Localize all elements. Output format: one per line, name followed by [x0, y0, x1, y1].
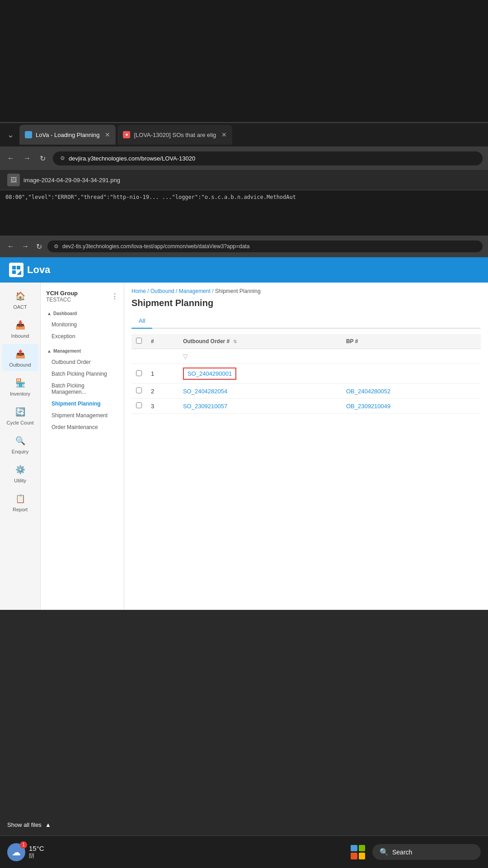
table-row-1: 1 SO_2404290001	[131, 364, 481, 384]
address-bar-2[interactable]: ⚙ dev2-tls.y3technologies.com/lova-test/…	[47, 241, 483, 252]
th-bp: BP #	[342, 334, 481, 349]
second-address-row: ← → ↻ ⚙ dev2-tls.y3technologies.com/lova…	[0, 236, 488, 257]
weather-condition: 阴	[29, 852, 44, 860]
table-row-3: 3 SO_2309210057 OB_2309210049	[131, 399, 481, 414]
management-group-title[interactable]: ▲ Management	[41, 346, 124, 356]
forward-button[interactable]: →	[22, 152, 33, 164]
forward-btn-2[interactable]: →	[20, 241, 31, 252]
sort-icon: ⇅	[233, 339, 237, 344]
nav-group-dashboard: ▲ Dashboard Monitoring Exception	[41, 307, 124, 344]
svg-marker-3	[17, 270, 21, 275]
refresh-button[interactable]: ↻	[38, 152, 47, 165]
tab-lova-close[interactable]: ✕	[105, 131, 110, 138]
sidebar-item-report[interactable]: 📋 Report	[2, 489, 38, 516]
sidebar-item-cycle-count[interactable]: 🔄 Cycle Count	[2, 402, 38, 429]
left-nav-header: YCH Group TESTACC ⋮	[41, 286, 124, 307]
sidebar-item-oact[interactable]: 🏠 OACT	[2, 286, 38, 313]
jira-tab-icon: ✦	[123, 131, 130, 138]
account-name: TESTACC	[46, 297, 78, 303]
td-num-3: 3	[146, 399, 178, 414]
breadcrumb-sep-3: /	[212, 288, 215, 294]
nav-shipment-planning[interactable]: Shipment Planning	[41, 398, 124, 410]
sidebar: 🏠 OACT 📥 Inbound 📤 Outbound 🏪 Inventory …	[0, 283, 41, 610]
nav-order-maintenance[interactable]: Order Maintenance	[41, 421, 124, 433]
bp-link-3[interactable]: OB_2309210049	[346, 403, 390, 410]
table-row-2: 2 SO_2404282054 OB_2404280052	[131, 384, 481, 399]
back-button[interactable]: ←	[5, 152, 16, 164]
nav-batch-picking-management[interactable]: Batch Picking Managemen...	[41, 380, 124, 398]
bp-link-2[interactable]: OB_2404280052	[346, 388, 390, 395]
lova-logo: Lova	[9, 263, 50, 277]
dashboard-label: Dashboard	[53, 311, 77, 316]
more-options-icon[interactable]: ⋮	[111, 292, 118, 301]
sidebar-label-report: Report	[13, 507, 28, 512]
refresh-btn-2[interactable]: ↻	[34, 241, 44, 253]
outbound-icon: 📤	[14, 348, 27, 360]
nav-exception[interactable]: Exception	[41, 330, 124, 342]
show-all-files-text: Show all files	[7, 821, 42, 828]
breadcrumb-home[interactable]: Home	[131, 288, 146, 294]
select-all-checkbox[interactable]	[136, 338, 142, 344]
td-checkbox-2	[131, 384, 146, 399]
address-text: devjira.y3technologies.com/browse/LOVA-1…	[69, 155, 195, 162]
highlighted-order-link[interactable]: SO_2404290001	[183, 368, 236, 380]
tab-lova[interactable]: LoVa - Loading Planning ✕	[19, 125, 116, 145]
content-tab-row: All	[131, 314, 481, 329]
breadcrumb-outbound[interactable]: Outbound	[150, 288, 174, 294]
inbound-icon: 📥	[14, 319, 27, 331]
td-order-3[interactable]: SO_2309210057	[178, 399, 342, 414]
nav-shipment-management[interactable]: Shipment Management	[41, 410, 124, 421]
tab-all[interactable]: All	[131, 314, 152, 329]
row1-checkbox[interactable]	[136, 370, 142, 376]
order-link-3[interactable]: SO_2309210057	[183, 403, 227, 410]
filter-icon[interactable]: ▽	[183, 353, 188, 360]
nav-monitoring[interactable]: Monitoring	[41, 319, 124, 330]
svg-rect-2	[12, 270, 16, 274]
sidebar-item-utility[interactable]: ⚙️ Utility	[2, 460, 38, 487]
taskbar-search-box[interactable]: 🔍 Search	[372, 844, 481, 860]
browser-chrome: ⌄ LoVa - Loading Planning ✕ ✦ [LOVA-1302…	[0, 122, 488, 170]
tab-jira[interactable]: ✦ [LOVA-13020] SOs that are elig ✕	[117, 125, 232, 145]
td-bp-3: OB_2309210049	[342, 399, 481, 414]
td-order-2[interactable]: SO_2404282054	[178, 384, 342, 399]
row2-checkbox[interactable]	[136, 387, 142, 393]
sidebar-label-enquiry: Enquiry	[12, 449, 28, 454]
weather-temp: 15°C	[29, 844, 44, 852]
row3-checkbox[interactable]	[136, 402, 142, 408]
nav-outbound-order[interactable]: Outbound Order	[41, 356, 124, 368]
dashboard-group-title[interactable]: ▲ Dashboard	[41, 308, 124, 319]
windows-logo	[351, 845, 365, 859]
th-outbound-order[interactable]: Outbound Order # ⇅	[178, 334, 342, 349]
breadcrumb-management[interactable]: Management	[179, 288, 211, 294]
sidebar-label-oact: OACT	[13, 304, 27, 310]
sidebar-item-inventory[interactable]: 🏪 Inventory	[2, 373, 38, 400]
windows-tile-2	[359, 845, 366, 852]
nav-batch-picking-planning[interactable]: Batch Picking Planning	[41, 368, 124, 380]
windows-taskbar: ☁ 1 15°C 阴 🔍 Search	[0, 835, 488, 868]
page-title: Shipment Planning	[131, 298, 481, 308]
breadcrumb: Home / Outbound / Management / Shipment …	[131, 288, 481, 294]
tab-jira-close[interactable]: ✕	[221, 131, 227, 138]
show-all-files-bar[interactable]: Show all files ▲	[0, 818, 58, 832]
address-bar-icon: ⚙	[60, 155, 65, 161]
windows-start-button[interactable]	[351, 845, 365, 859]
sidebar-label-utility: Utility	[14, 478, 26, 483]
second-browser: ← → ↻ ⚙ dev2-tls.y3technologies.com/lova…	[0, 236, 488, 257]
td-bp-1	[342, 364, 481, 384]
order-link-2[interactable]: SO_2404282054	[183, 388, 227, 395]
address-bar[interactable]: ⚙ devjira.y3technologies.com/browse/LOVA…	[53, 151, 483, 165]
back-btn-2[interactable]: ←	[5, 241, 16, 252]
sidebar-item-inbound[interactable]: 📥 Inbound	[2, 315, 38, 342]
tab-collapse-btn[interactable]: ⌄	[4, 128, 18, 142]
tab-bar: ⌄ LoVa - Loading Planning ✕ ✦ [LOVA-1302…	[0, 123, 488, 146]
taskbar-search-text: Search	[392, 849, 412, 856]
dashboard-arrow: ▲	[47, 311, 52, 316]
tab-jira-label: [LOVA-13020] SOs that are elig	[134, 132, 216, 138]
sidebar-item-enquiry[interactable]: 🔍 Enquiry	[2, 431, 38, 458]
sidebar-item-outbound[interactable]: 📤 Outbound	[2, 344, 38, 371]
weather-badge: 1	[20, 841, 27, 849]
td-order-1[interactable]: SO_2404290001	[178, 364, 342, 384]
weather-info: 15°C 阴	[29, 844, 44, 860]
th-number: #	[146, 334, 178, 349]
company-info: YCH Group TESTACC	[46, 290, 78, 303]
